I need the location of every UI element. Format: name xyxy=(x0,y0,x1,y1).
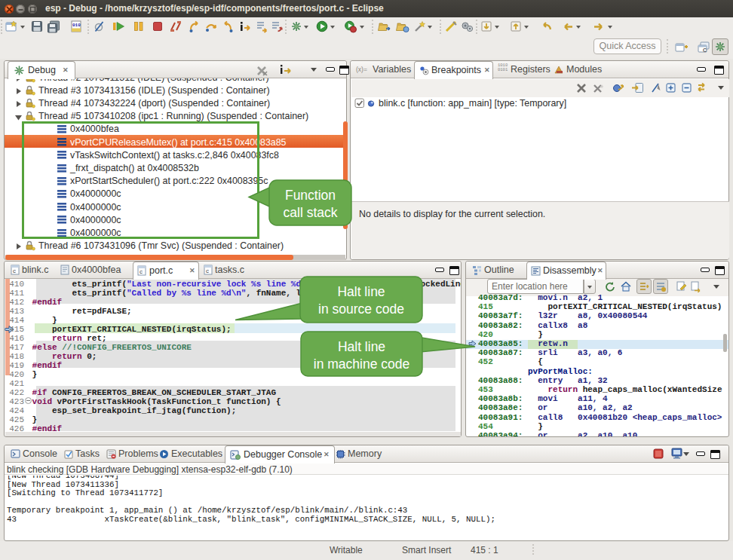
svg-text:c: c xyxy=(13,268,16,274)
svg-text:C: C xyxy=(703,47,707,53)
svg-text:010: 010 xyxy=(72,23,81,28)
svg-text:c: c xyxy=(140,268,143,275)
svg-text:c: c xyxy=(206,268,209,274)
